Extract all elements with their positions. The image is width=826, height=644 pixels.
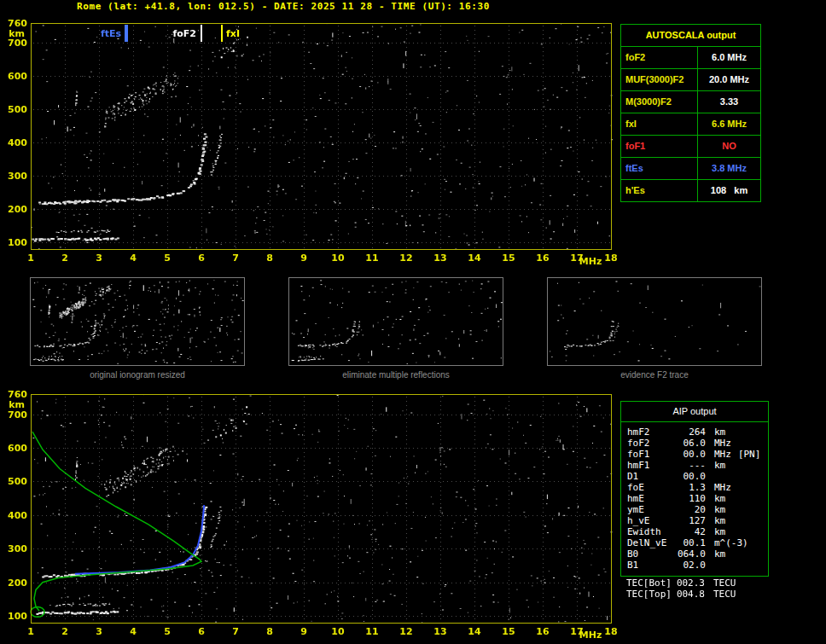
autoscala-row: foF2 6.0 MHz — [621, 47, 760, 69]
aip-row: foF1 00.0 MHz [PN] — [621, 449, 768, 460]
aip-row-name: ymE — [621, 504, 677, 515]
aip-row-name: h_vE — [621, 515, 677, 526]
aip-row: B0 064.0 km — [621, 548, 768, 560]
aip-row-value: 20 — [677, 504, 706, 515]
aip-row: foE 1.3 MHz — [621, 482, 768, 493]
aip-row-unit: MHz — [706, 449, 731, 460]
thumbnail-evidence-f2-trace-canvas — [547, 277, 762, 366]
thumbnail-caption-evidence: evidence F2 trace — [547, 370, 762, 380]
autoscala-row-label: M(3000)F2 — [621, 91, 698, 113]
aip-row-name: B0 — [621, 548, 677, 560]
aip-row: hmF2 264 km — [621, 426, 768, 438]
aip-row-name: hmE — [621, 493, 677, 504]
autoscala-row: M(3000)F2 3.33 — [621, 91, 760, 113]
tec-row-unit: TECU — [705, 589, 736, 600]
autoscala-screen: Rome (lat: +41.8, lon: 012.5) - DATE: 20… — [0, 0, 826, 644]
aip-row: foF2 06.0 MHz — [621, 438, 768, 449]
aip-row-unit: km — [706, 504, 725, 515]
aip-row-extra: [PN] — [731, 449, 761, 460]
autoscala-rows: foF2 6.0 MHz MUF(3000)F2 20.0 MHz M(3000… — [621, 47, 760, 201]
tec-row: TEC[Top] 004.8 TECU — [620, 589, 767, 600]
thumbnail-caption-original: original ionogram resized — [30, 370, 245, 380]
main-ionogram-canvas — [0, 17, 621, 269]
autoscala-row-value: 108 km — [698, 180, 760, 201]
aip-row: hmF1 --- km — [621, 460, 768, 471]
autoscala-row: ftEs 3.8 MHz — [621, 158, 760, 180]
aip-row-unit: km — [706, 493, 725, 504]
aip-row-name: hmF2 — [621, 426, 677, 438]
aip-row-name: D1 — [621, 471, 677, 482]
aip-row-name: foF1 — [621, 449, 677, 460]
tec-row-value: 004.8 — [676, 589, 705, 600]
aip-row-unit: MHz — [706, 438, 731, 449]
aip-row-value: 00.1 — [677, 537, 706, 548]
aip-rows: hmF2 264 km foF2 06.0 MHz foF1 00.0 MHz … — [621, 422, 768, 576]
tec-output: TEC[Bot] 002.3 TECU TEC[Top] 004.8 TECU — [620, 577, 767, 600]
aip-row-extra — [725, 515, 732, 526]
aip-row-extra — [725, 548, 732, 560]
aip-row-unit: km — [706, 526, 725, 537]
aip-row: Ewidth 42 km — [621, 526, 768, 537]
tec-row-value: 002.3 — [676, 577, 705, 589]
aip-row-extra — [725, 493, 732, 504]
aip-row-unit — [706, 560, 714, 571]
aip-row-name: foE — [621, 482, 677, 493]
aip-row-name: Ewidth — [621, 526, 677, 537]
aip-row: h_vE 127 km — [621, 515, 768, 526]
aip-row-unit: km — [706, 460, 725, 471]
aip-row-value: --- — [677, 460, 706, 471]
station-date-time-title: Rome (lat: +41.8, lon: 012.5) - DATE: 20… — [77, 1, 490, 12]
aip-row: D1 00.0 — [621, 471, 768, 482]
aip-row-unit: m^(-3) — [706, 537, 748, 548]
aip-row-value: 42 — [677, 526, 706, 537]
tec-row-name: TEC[Top] — [620, 589, 676, 600]
aip-row: ymE 20 km — [621, 504, 768, 515]
aip-row-unit — [706, 471, 714, 482]
aip-row-extra — [725, 426, 732, 438]
aip-row-extra — [731, 482, 738, 493]
autoscala-row: h'Es 108 km — [621, 180, 760, 201]
aip-row-value: 06.0 — [677, 438, 706, 449]
autoscala-row: foF1 NO — [621, 136, 760, 158]
aip-row: hmE 110 km — [621, 493, 768, 504]
tec-row-unit: TECU — [705, 577, 736, 589]
tec-row-name: TEC[Bot] — [620, 577, 676, 589]
aip-row: B1 02.0 — [621, 560, 768, 571]
autoscala-row: fxI 6.6 MHz — [621, 113, 760, 136]
tec-row: TEC[Bot] 002.3 TECU — [620, 577, 767, 589]
autoscala-row-value: NO — [698, 136, 760, 157]
autoscala-row-label: fxI — [621, 113, 698, 135]
autoscala-row-value: 20.0 MHz — [698, 69, 760, 90]
aip-row-name: B1 — [621, 560, 677, 571]
aip-row-value: 264 — [677, 426, 706, 438]
autoscala-row: MUF(3000)F2 20.0 MHz — [621, 69, 760, 91]
autoscala-row-label: h'Es — [621, 180, 698, 201]
aip-row-extra — [731, 438, 738, 449]
aip-row-name: foF2 — [621, 438, 677, 449]
aip-row-extra — [714, 560, 721, 571]
aip-row-value: 00.0 — [677, 449, 706, 460]
aip-output-title: AIP output — [621, 402, 768, 422]
autoscala-row-value: 6.0 MHz — [698, 47, 760, 68]
autoscala-output-panel: AUTOSCALA output foF2 6.0 MHz MUF(3000)F… — [620, 24, 761, 202]
aip-row-value: 00.0 — [677, 471, 706, 482]
aip-row-extra — [748, 537, 755, 548]
aip-row-extra — [714, 471, 721, 482]
autoscala-row-value: 6.6 MHz — [698, 113, 760, 135]
autoscala-row-value: 3.33 — [698, 91, 760, 113]
thumbnail-original-ionogram-canvas — [30, 277, 245, 366]
aip-row-value: 110 — [677, 493, 706, 504]
autoscala-output-title: AUTOSCALA output — [621, 25, 760, 47]
autoscala-row-label: foF2 — [621, 47, 698, 68]
aip-row-name: DelN_vE — [621, 537, 677, 548]
autoscala-row-label: foF1 — [621, 136, 698, 157]
aip-row-value: 064.0 — [677, 548, 706, 560]
aip-row-unit: km — [706, 426, 725, 438]
aip-row-value: 02.0 — [677, 560, 706, 571]
aip-row: DelN_vE 00.1 m^(-3) — [621, 537, 768, 548]
aip-row-unit: km — [706, 548, 725, 560]
autoscala-row-label: MUF(3000)F2 — [621, 69, 698, 90]
aip-row-unit: MHz — [706, 482, 731, 493]
thumbnail-eliminate-reflections-canvas — [288, 277, 503, 366]
aip-row-name: hmF1 — [621, 460, 677, 471]
